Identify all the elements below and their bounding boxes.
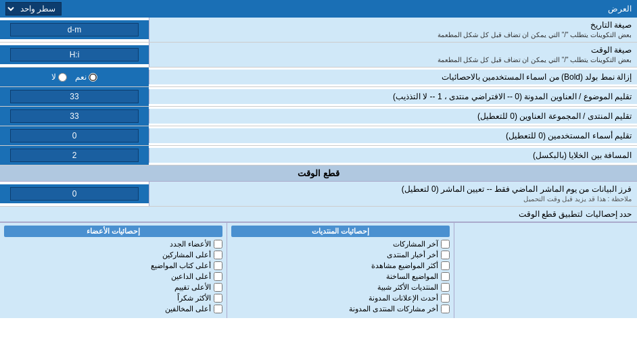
stat-checkbox-similar-forums[interactable] [441,283,450,292]
limit-label: حدد إحصاليات لتطبيق قطع الوقت [5,209,632,219]
cell-spacing-input-cell: 2 [0,146,149,165]
trim-subject-row: تقليم الموضوع / العناوين المدونة (0 -- ا… [0,87,637,107]
display-settings-panel: العرض سطر واحدسطرينثلاثة أسطر صيغة التار… [0,0,637,318]
stat-item-top-topic-writers: أعلى كتاب المواضيع [4,261,222,270]
stat-item-similar-forums: المنتديات الأكثر شبية [231,283,450,292]
trim-usernames-input-cell: 0 [0,126,149,145]
stat-item-forum-news: أخر أخبار المنتدى [231,251,450,259]
trim-forum-row: تقليم المنتدى / المجموعة العناوين (0 للت… [0,107,637,126]
date-format-row: صيغة التاريخ بعض التكوينات يتطلب "/" الت… [0,18,637,43]
trim-subject-label: تقليم الموضوع / العناوين المدونة (0 -- ا… [149,89,637,104]
cell-spacing-label: المسافة بين الخلايا (بالبكسل) [149,148,637,163]
cutoff-section-header: قطع الوقت [0,165,637,182]
trim-subject-input[interactable]: 33 [10,90,139,103]
trim-forum-label: تقليم المنتدى / المجموعة العناوين (0 للت… [149,109,637,124]
trim-usernames-label: تقليم أسماء المستخدمين (0 للتعطيل) [149,128,637,143]
time-format-input-cell: H:i [0,45,149,64]
stat-checkbox-last-forum-posts[interactable] [441,305,450,313]
stat-item-top-callers: أعلى الداعين [4,272,222,281]
stat-item-last-posts: آخر المشاركات [231,240,450,249]
stat-checkbox-top-violators[interactable] [214,305,222,313]
stat-checkbox-top-topic-writers[interactable] [214,261,222,270]
trim-usernames-input[interactable]: 0 [10,129,139,142]
stat-checkbox-top-rated[interactable] [214,283,222,292]
trim-forum-input-cell: 33 [0,107,149,126]
page-title: العرض [608,4,632,14]
stat-item-top-posters: أعلى المشاركين [4,251,222,259]
bold-no-radio[interactable] [58,73,67,82]
forum-stats-title: إحصائيات المنتديات [231,226,450,237]
bold-remove-row: إزالة نمط بولد (Bold) من اسماء المستخدمي… [0,68,637,87]
display-mode-select[interactable]: سطر واحدسطرينثلاثة أسطر [5,2,62,16]
limit-col [454,223,637,318]
stats-columns: إحصائيات المنتديات آخر المشاركات أخر أخب… [0,223,637,318]
members-stats-col: إحصائيات الأعضاء الأعضاء الجدد أعلى المش… [0,223,227,318]
bold-no-label[interactable]: لا [51,72,67,82]
stats-section: إحصائيات المنتديات آخر المشاركات أخر أخب… [0,222,637,318]
time-format-input[interactable]: H:i [10,48,139,61]
stat-checkbox-new-members[interactable] [214,240,222,249]
stat-checkbox-top-callers[interactable] [214,272,222,281]
date-format-label: صيغة التاريخ بعض التكوينات يتطلب "/" الت… [149,18,637,42]
forum-stats-col: إحصائيات المنتديات آخر المشاركات أخر أخب… [227,223,454,318]
stat-checkbox-top-posters[interactable] [214,251,222,259]
bold-yes-radio[interactable] [89,73,97,82]
stat-checkbox-most-viewed[interactable] [441,261,450,270]
stat-item-most-viewed: أكثر المواضيع مشاهدة [231,261,450,270]
cutoff-row: فرز البيانات من يوم الماشر الماضي فقط --… [0,182,637,207]
limit-row: حدد إحصاليات لتطبيق قطع الوقت [0,207,637,222]
stat-item-last-forum-posts: أخر مشاركات المنتدى المدونة [231,305,450,313]
stat-item-most-thanks: الأكثر شكراً [4,294,222,303]
cell-spacing-input[interactable]: 2 [10,149,139,162]
stat-checkbox-latest-announcements[interactable] [441,294,450,303]
stat-item-hot-topics: المواضيع الساخنة [231,272,450,281]
date-format-input-cell: d-m [0,20,149,39]
members-stats-title: إحصائيات الأعضاء [4,226,222,237]
trim-forum-input[interactable]: 33 [10,109,139,123]
trim-usernames-row: تقليم أسماء المستخدمين (0 للتعطيل) 0 [0,126,637,146]
bold-yes-label[interactable]: نعم [75,72,97,82]
stat-checkbox-last-posts[interactable] [441,240,450,249]
cutoff-label: فرز البيانات من يوم الماشر الماضي فقط --… [149,182,637,206]
cell-spacing-row: المسافة بين الخلايا (بالبكسل) 2 [0,146,637,165]
cutoff-input[interactable]: 0 [10,187,139,201]
time-format-row: صيغة الوقت بعض التكوينات يتطلب "/" التي … [0,43,637,68]
stat-checkbox-hot-topics[interactable] [441,272,450,281]
stat-item-new-members: الأعضاء الجدد [4,240,222,249]
cutoff-input-cell: 0 [0,184,149,203]
stat-checkbox-forum-news[interactable] [441,251,450,259]
header-row: العرض سطر واحدسطرينثلاثة أسطر [0,0,637,18]
time-format-label: صيغة الوقت بعض التكوينات يتطلب "/" التي … [149,43,637,67]
date-format-input[interactable]: d-m [10,23,139,36]
stat-item-latest-announcements: أحدث الإعلانات المدونة [231,294,450,303]
stat-checkbox-most-thanks[interactable] [214,294,222,303]
bold-remove-label: إزالة نمط بولد (Bold) من اسماء المستخدمي… [149,70,637,84]
trim-subject-input-cell: 33 [0,87,149,106]
stat-item-top-violators: أعلى المخالفين [4,305,222,313]
bold-remove-options: نعم لا [0,68,149,86]
stat-item-top-rated: الأعلى تقييم [4,283,222,292]
